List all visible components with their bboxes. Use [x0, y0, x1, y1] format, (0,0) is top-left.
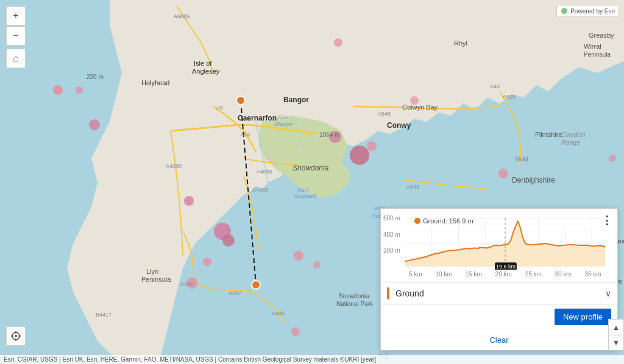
svg-text:Bangor: Bangor — [283, 96, 309, 104]
svg-text:Afon: Afon — [277, 114, 289, 120]
svg-text:Llyn: Llyn — [146, 268, 158, 275]
svg-text:A5025: A5025 — [174, 13, 190, 19]
svg-text:Rhyl: Rhyl — [454, 40, 467, 47]
svg-text:Anglesey: Anglesey — [192, 68, 220, 75]
legend-text: Ground: 156.9 m — [423, 217, 473, 225]
svg-point-16 — [203, 257, 211, 266]
svg-text:Peninsula: Peninsula — [584, 51, 611, 58]
svg-point-8 — [252, 281, 260, 289]
ground-indicator — [387, 287, 389, 299]
svg-point-7 — [236, 96, 245, 105]
svg-point-26 — [609, 155, 616, 162]
svg-text:Holyhead: Holyhead — [141, 79, 169, 86]
svg-point-79 — [561, 8, 567, 14]
svg-point-15 — [222, 234, 235, 247]
svg-text:Colwyn Bay: Colwyn Bay — [402, 103, 438, 111]
home-button[interactable]: ⌂ — [6, 49, 26, 68]
new-profile-button[interactable]: New profile — [555, 309, 611, 325]
elevation-legend: Ground: 156.9 m — [414, 217, 473, 225]
svg-point-9 — [53, 85, 63, 95]
svg-text:A55: A55 — [241, 131, 250, 138]
svg-text:Flintshire: Flintshire — [535, 131, 562, 138]
svg-text:220 m: 220 m — [87, 74, 104, 80]
svg-text:Mold: Mold — [515, 156, 528, 163]
new-profile-row: New profile — [381, 304, 617, 329]
svg-text:Range: Range — [562, 139, 580, 146]
svg-text:B4417: B4417 — [96, 312, 112, 318]
svg-text:A525: A525 — [503, 94, 516, 100]
ground-chevron[interactable]: ∨ — [605, 289, 611, 298]
svg-text:Clwydian: Clwydian — [561, 131, 586, 138]
svg-text:Conwy: Conwy — [387, 121, 411, 130]
attribution-text: Esri, CGIAR, USGS | Esri UK, Esri, HERE,… — [4, 356, 376, 363]
map-controls: + − ⌂ — [6, 6, 26, 68]
svg-point-23 — [367, 141, 377, 151]
svg-text:A548: A548 — [378, 111, 391, 117]
svg-text:A499: A499 — [180, 281, 193, 287]
svg-point-19 — [313, 261, 321, 268]
svg-point-25 — [498, 169, 508, 178]
esri-icon — [561, 7, 568, 15]
svg-text:A497: A497 — [229, 290, 241, 296]
svg-text:Isle of: Isle of — [194, 60, 212, 67]
legend-dot — [414, 218, 420, 224]
svg-text:Caernarfon: Caernarfon — [238, 114, 277, 122]
svg-text:A5: A5 — [216, 105, 223, 111]
panel-nav-buttons: ▲ ▼ — [608, 319, 624, 351]
powered-by-text: Powered by Esri — [570, 8, 615, 15]
svg-text:1064 m: 1064 m — [319, 131, 339, 138]
svg-text:Peninsula: Peninsula — [141, 276, 171, 283]
svg-point-74 — [15, 335, 17, 337]
elevation-panel: ⋮ 600 m 400 m 200 m Ground: 156.9 m — [380, 208, 618, 351]
svg-text:A4085: A4085 — [252, 187, 268, 193]
svg-text:Snowdonia: Snowdonia — [339, 293, 369, 299]
svg-point-20 — [291, 327, 300, 336]
svg-text:Wirral: Wirral — [584, 43, 601, 50]
svg-text:National Park: National Park — [336, 301, 374, 307]
svg-point-18 — [294, 251, 303, 261]
ground-row: Ground ∨ — [381, 282, 617, 304]
powered-by-label: Powered by Esri — [556, 5, 619, 17]
svg-text:A4080: A4080 — [166, 163, 182, 169]
svg-text:Glaslyn: Glaslyn — [274, 121, 292, 127]
x-axis-labels: 5 km 10 km 15 km 20 km 25 km 30 km 35 km — [404, 271, 606, 278]
nav-down-button[interactable]: ▼ — [608, 335, 624, 351]
svg-text:Gwynant: Gwynant — [294, 193, 316, 199]
zoom-in-button[interactable]: + — [6, 6, 26, 26]
map-container[interactable]: Holyhead Isle of Anglesey Caernarfon Ban… — [0, 0, 624, 364]
svg-text:A48: A48 — [490, 83, 500, 89]
svg-point-10 — [76, 86, 83, 94]
zoom-out-button[interactable]: − — [6, 26, 26, 46]
svg-point-11 — [89, 119, 100, 130]
svg-text:A496: A496 — [272, 310, 285, 317]
nav-up-button[interactable]: ▲ — [608, 319, 624, 335]
attribution-bar: Esri, CGIAR, USGS | Esri UK, Esri, HERE,… — [0, 355, 624, 364]
gps-button[interactable] — [6, 326, 26, 346]
svg-point-13 — [184, 196, 194, 206]
svg-text:A4086: A4086 — [257, 169, 272, 175]
y-axis-labels: 600 m 400 m 200 m — [383, 215, 400, 264]
svg-point-22 — [350, 145, 369, 165]
clear-button[interactable]: Clear — [386, 335, 612, 345]
svg-point-12 — [334, 38, 342, 47]
svg-text:Denbighshire: Denbighshire — [512, 176, 555, 184]
svg-text:A543: A543 — [406, 184, 419, 190]
ground-label: Ground — [395, 289, 605, 298]
more-options-button[interactable]: ⋮ — [601, 214, 612, 227]
elevation-chart-area: ⋮ 600 m 400 m 200 m Ground: 156.9 m — [381, 209, 617, 282]
svg-text:19.6 km: 19.6 km — [496, 264, 516, 270]
svg-text:Snowdonia: Snowdonia — [292, 164, 329, 172]
svg-text:Nant: Nant — [297, 187, 310, 193]
svg-text:Greasby: Greasby — [589, 32, 614, 39]
clear-row: Clear — [381, 329, 617, 350]
